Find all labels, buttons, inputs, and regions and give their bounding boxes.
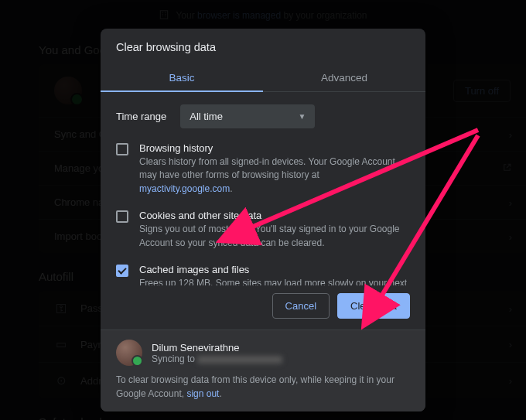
tab-basic[interactable]: Basic: [101, 63, 263, 91]
time-range-label: Time range: [116, 111, 166, 122]
account-name: Dilum Senevirathne: [152, 342, 282, 353]
option-browsing-history[interactable]: Browsing history Clears history from all…: [116, 142, 410, 196]
clear-data-button[interactable]: Clear data: [337, 293, 410, 319]
dialog-tabs: Basic Advanced: [101, 63, 425, 92]
cancel-button[interactable]: Cancel: [272, 293, 330, 319]
chevron-down-icon: ▼: [298, 112, 306, 121]
option-cached-images[interactable]: Cached images and files Frees up 128 MB.…: [116, 264, 410, 285]
time-range-value: All time: [190, 111, 223, 122]
option-title: Browsing history: [139, 142, 410, 154]
dialog-title: Clear browsing data: [101, 29, 425, 56]
avatar: [116, 340, 142, 366]
sign-out-link[interactable]: sign out: [186, 388, 219, 399]
option-title: Cookies and other site data: [139, 210, 410, 221]
option-title: Cached images and files: [139, 264, 410, 275]
checkbox-cookies[interactable]: [116, 210, 128, 223]
checkbox-cached-images[interactable]: [116, 265, 128, 277]
myactivity-link[interactable]: myactivity.google.com: [139, 183, 230, 194]
option-cookies[interactable]: Cookies and other site data Signs you ou…: [116, 210, 410, 250]
footer-note: To clear browsing data from this device …: [116, 374, 410, 401]
time-range-select[interactable]: All time ▼: [180, 104, 315, 128]
clear-browsing-data-dialog: Clear browsing data Basic Advanced Time …: [101, 29, 425, 411]
option-desc: Frees up 128 MB. Some sites may load mor…: [139, 277, 410, 285]
account-sync-status: Syncing to: [152, 353, 282, 364]
option-desc: Clears history from all signed-in device…: [139, 155, 410, 196]
tab-advanced[interactable]: Advanced: [263, 63, 425, 91]
checkbox-browsing-history[interactable]: [116, 143, 128, 155]
redacted-email: [197, 356, 282, 364]
option-desc: Signs you out of most sites. You'll stay…: [139, 223, 410, 250]
